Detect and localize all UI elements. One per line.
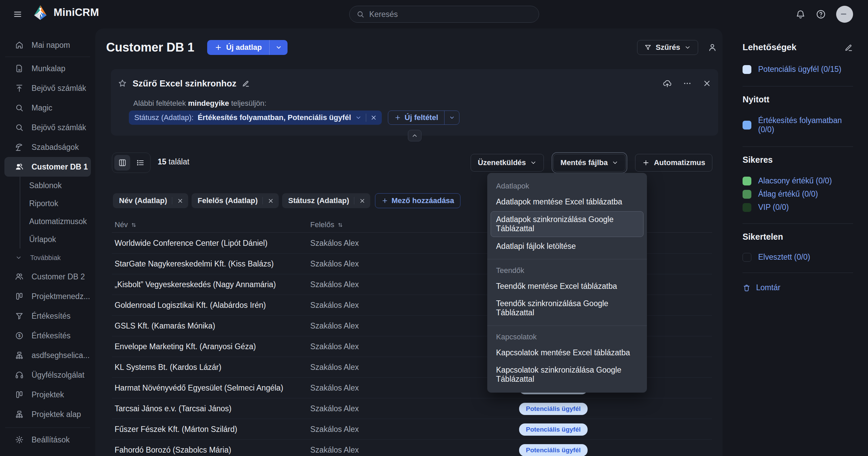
sidebar-more-toggle[interactable]: Továbbiak: [4, 249, 91, 267]
new-record-dropdown-button[interactable]: [269, 40, 288, 55]
sidebar-item-projektek-alap[interactable]: Projektek alap: [4, 404, 91, 424]
sidebar-item-customer-db-2[interactable]: Customer DB 2: [4, 267, 91, 286]
view-toggle-group: [112, 153, 151, 173]
send-message-button[interactable]: Üzenetküldés: [471, 154, 544, 172]
panel-divider: [743, 146, 853, 147]
status-link-ertekesites-folyamatban[interactable]: Értékesítés folyamatban (0/0): [743, 116, 853, 134]
field-chip-felelos[interactable]: Felelős (Adatlap): [192, 193, 279, 208]
new-record-button[interactable]: Új adatlap: [207, 40, 269, 55]
menu-item-adatlapok-google[interactable]: Adatlapok szinkronizálása Google Tábláza…: [491, 211, 644, 237]
add-field-button[interactable]: Mező hozzáadása: [375, 193, 461, 208]
field-chips-row: Név (Adatlap) Felelős (Adatlap) Státusz …: [113, 193, 460, 208]
upload-arrow-icon: [15, 84, 24, 93]
org-chart-icon: [15, 351, 24, 360]
statuses-panel: Lehetőségek Potenciális ügyfél (0/15) Ny…: [723, 28, 868, 456]
search-input[interactable]: [369, 10, 532, 19]
magnifier-icon: [15, 123, 24, 132]
brand: MiniCRM: [33, 5, 99, 20]
save-to-file-button[interactable]: Mentés fájlba: [553, 154, 626, 172]
topbar-actions: [795, 0, 853, 28]
table-row[interactable]: Tarcsai János e.v. (Tarcsai János) Szaká…: [112, 398, 712, 419]
status-link-atlag-erteku[interactable]: Átlag értékű (0/0): [743, 190, 853, 199]
sidebar-item-customer-db-1[interactable]: Customer DB 1: [4, 157, 91, 177]
new-condition-dropdown-button[interactable]: [444, 111, 459, 124]
table-row[interactable]: Fahordó Borozó (Szabolcs Mária) Szakálos…: [112, 440, 712, 456]
collapse-filter-chevron-up-icon[interactable]: [408, 130, 421, 141]
close-icon[interactable]: [703, 79, 711, 88]
favorite-star-icon[interactable]: [118, 79, 127, 88]
status-link-elvesztett[interactable]: Elvesztett (0/0): [743, 253, 853, 262]
sidebar-item-projektmenedzsment[interactable]: Projektmenedz...: [4, 286, 91, 306]
results-count: 15 találat: [158, 157, 189, 166]
sidebar-item-asdfseghselica[interactable]: asdfseghselica...: [4, 345, 91, 365]
sidebar-divider: [5, 57, 90, 57]
grid-view-icon[interactable]: [114, 155, 130, 171]
sidebar-item-mai-napom[interactable]: Mai napom: [4, 35, 91, 55]
menu-item-kapcsolatok-google[interactable]: Kapcsolatok szinkronizálása Google Táblá…: [487, 361, 647, 388]
sidebar-item-beallitasok[interactable]: Beállítások: [4, 430, 91, 450]
sidebar-item-bejovo-szamlak-2[interactable]: Bejövő számlák: [4, 118, 91, 137]
new-condition-button[interactable]: Új feltétel: [388, 113, 444, 122]
sidebar-item-bejovo-szamlak-1[interactable]: Bejövő számlák: [4, 78, 91, 98]
new-record-split-button: Új adatlap: [207, 40, 288, 55]
filter-button[interactable]: Szűrés: [637, 40, 698, 55]
column-header-felelos[interactable]: Felelős: [310, 220, 343, 229]
notifications-bell-icon[interactable]: [795, 9, 806, 19]
users-icon: [15, 272, 24, 281]
status-link-vip[interactable]: VIP (0/0): [743, 203, 853, 212]
status-badge: Potenciális ügyfél: [519, 444, 588, 456]
sidebar-item-magic[interactable]: Magic: [4, 98, 91, 118]
sidebar-subitem-urlapok[interactable]: Űrlapok: [29, 231, 95, 249]
svg-text:$: $: [18, 333, 21, 338]
menu-item-teendok-excel[interactable]: Teendők mentése Excel táblázatba: [487, 278, 647, 295]
sidebar-item-szabadsagok[interactable]: Szabadságok: [4, 137, 91, 157]
status-link-potencialis[interactable]: Potenciális ügyfél (0/15): [743, 65, 853, 74]
help-icon[interactable]: [816, 9, 826, 19]
menu-item-kapcsolatok-excel[interactable]: Kapcsolatok mentése Excel táblázatba: [487, 344, 647, 361]
list-view-icon[interactable]: [132, 155, 148, 171]
remove-field-icon[interactable]: [177, 198, 183, 204]
field-chip-nev[interactable]: Név (Adatlap): [113, 193, 188, 208]
page-title: Customer DB 1: [106, 40, 194, 55]
status-link-alacsony-erteku[interactable]: Alacsony értékű (0/0): [743, 176, 853, 185]
user-avatar[interactable]: [836, 6, 853, 23]
topbar: MiniCRM: [0, 0, 868, 28]
sidebar-item-projektek[interactable]: Projektek: [4, 385, 91, 404]
menu-section-header: Teendők: [487, 261, 647, 278]
main-panel: Customer DB 1 Új adatlap Szűrés: [95, 28, 723, 456]
more-options-icon[interactable]: [683, 79, 692, 88]
gear-icon: [15, 435, 24, 444]
table-row[interactable]: Fűszer Fészek Kft. (Márton Szilárd) Szak…: [112, 419, 712, 440]
trash-link[interactable]: Lomtár: [743, 283, 853, 292]
sidebar-subitem-riportok[interactable]: Riportok: [29, 195, 95, 213]
remove-field-icon[interactable]: [359, 198, 366, 204]
field-chip-statusz[interactable]: Státusz (Adatlap): [282, 193, 370, 208]
kanban-icon: [15, 292, 24, 301]
condition-chip-status[interactable]: Státusz (Adatlap): Értékesítés folyamatb…: [129, 111, 382, 125]
search-bar[interactable]: [349, 6, 539, 23]
menu-item-adatlapi-fajlok[interactable]: Adatlapi fájlok letöltése: [487, 238, 647, 255]
automation-button[interactable]: Automatizmus: [635, 154, 712, 172]
search-icon: [356, 10, 364, 18]
column-header-nev[interactable]: Név: [115, 220, 137, 229]
sidebar-item-ertekesites-funnel[interactable]: Értékesítés: [4, 306, 91, 326]
sidebar-item-munkalap[interactable]: w Munkalap: [4, 59, 91, 78]
kanban-icon: [15, 390, 24, 399]
sidebar-item-ertekesites-dollar[interactable]: $ Értékesítés: [4, 326, 91, 345]
minicrm-logo-icon: [33, 5, 48, 20]
hamburger-menu-icon[interactable]: [10, 7, 25, 22]
sidebar-item-ugyfelszolgalat[interactable]: Ügyfélszolgálat: [4, 365, 91, 385]
assignee-person-icon[interactable]: [708, 43, 717, 52]
remove-condition-icon[interactable]: [370, 114, 377, 121]
sidebar-subitem-automatizmusok[interactable]: Automatizmusok: [29, 213, 95, 231]
share-upload-cloud-icon[interactable]: [663, 79, 672, 88]
menu-item-adatlapok-excel[interactable]: Adatlapok mentése Excel táblázatba: [487, 193, 647, 211]
edit-pencil-icon[interactable]: [242, 79, 250, 87]
sidebar-subitem-sablonok[interactable]: Sablonok: [29, 177, 95, 195]
sidebar: Mai napom w Munkalap Bejövő számlák Magi…: [0, 28, 95, 456]
remove-field-icon[interactable]: [268, 198, 274, 204]
panel-divider: [743, 273, 853, 273]
menu-item-teendok-google[interactable]: Teendők szinkronizálása Google Táblázatt…: [487, 295, 647, 321]
edit-pencil-icon[interactable]: [844, 43, 853, 52]
status-color-swatch: [743, 190, 751, 199]
